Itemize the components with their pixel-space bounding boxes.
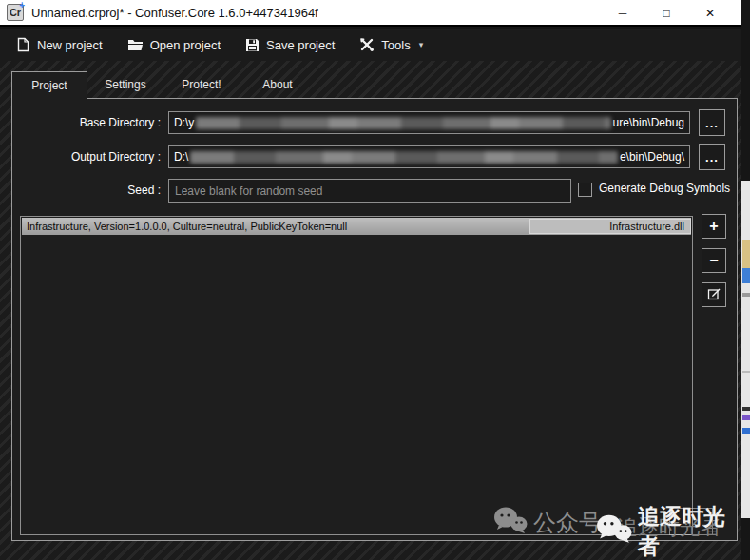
tab-protect[interactable]: Protect!	[163, 71, 240, 98]
base-directory-browse-button[interactable]: ...	[699, 109, 725, 136]
generate-debug-symbols-checkbox[interactable]	[578, 183, 592, 197]
output-directory-input[interactable]: D:\ e\bin\Debug\	[168, 145, 690, 168]
app-logo-plus: +	[19, 0, 25, 10]
minimize-button[interactable]: ─	[601, 0, 644, 27]
base-directory-input[interactable]: D:\y ure\bin\Debug	[168, 111, 690, 134]
background-app-surface	[741, 181, 750, 518]
generate-debug-symbols-label: Generate Debug Symbols	[599, 182, 730, 195]
output-directory-browse-button[interactable]: ...	[699, 144, 725, 170]
maximize-button[interactable]: □	[644, 0, 688, 27]
module-assembly-name: Infrastructure, Version=1.0.0.0, Culture…	[27, 221, 529, 232]
output-directory-redacted-blur	[190, 151, 618, 164]
output-directory-label: Output Directory :	[12, 150, 161, 164]
module-list[interactable]: Infrastructure, Version=1.0.0.0, Culture…	[20, 216, 693, 535]
output-directory-prefix: D:\	[174, 150, 188, 164]
toolbar: New project Open project Save project To…	[0, 29, 741, 61]
base-directory-redacted-blur	[196, 117, 610, 129]
confuser-window: Cr + Unnamed.crproj* - Confuser.Core 1.6…	[0, 0, 750, 560]
tools-dropdown-arrow: ▾	[419, 40, 424, 49]
title-bar: Cr + Unnamed.crproj* - Confuser.Core 1.6…	[0, 0, 745, 27]
background-app-fragment	[742, 415, 750, 420]
base-directory-suffix: ure\bin\Debug	[613, 116, 684, 129]
background-app-sliver	[741, 0, 750, 560]
window-controls: ─ □ ✕	[601, 0, 732, 27]
background-app-fragment	[742, 268, 750, 283]
seed-input[interactable]	[168, 179, 571, 203]
background-app-fragment	[742, 428, 750, 434]
base-directory-prefix: D:\y	[174, 116, 194, 129]
output-directory-suffix: e\bin\Debug\	[620, 150, 684, 164]
background-app-fragment	[742, 293, 750, 297]
edit-pencil-icon	[707, 286, 721, 304]
project-tab-panel: Base Directory : D:\y ure\bin\Debug ... …	[11, 98, 738, 541]
new-project-icon	[16, 37, 30, 52]
edit-module-button[interactable]	[702, 282, 726, 307]
main-area: Project Settings Protect! About Base Dir…	[0, 61, 741, 560]
remove-module-button[interactable]: −	[702, 248, 726, 273]
open-project-label: Open project	[150, 38, 221, 52]
tab-settings[interactable]: Settings	[87, 71, 163, 98]
open-project-icon	[127, 38, 144, 51]
background-app-fragment	[742, 371, 750, 373]
tools-icon	[359, 37, 375, 52]
add-module-button[interactable]: +	[702, 214, 726, 239]
base-directory-label: Base Directory :	[12, 116, 161, 129]
tab-strip: Project Settings Protect! About	[11, 71, 316, 99]
open-project-button[interactable]: Open project	[119, 33, 229, 57]
seed-label: Seed :	[12, 183, 161, 197]
tools-label: Tools	[381, 38, 410, 52]
module-list-row[interactable]: Infrastructure, Version=1.0.0.0, Culture…	[22, 218, 691, 235]
tools-menu-button[interactable]: Tools ▾	[351, 32, 432, 57]
window-title: Unnamed.crproj* - Confuser.Core 1.6.0+44…	[31, 6, 318, 20]
save-project-button[interactable]: Save project	[237, 33, 343, 57]
module-file-name: Infrastructure.dll	[529, 219, 691, 234]
close-button[interactable]: ✕	[688, 0, 732, 27]
new-project-label: New project	[37, 38, 103, 52]
app-logo-icon: Cr +	[7, 4, 24, 21]
tab-about[interactable]: About	[240, 71, 316, 98]
background-app-fragment	[742, 240, 750, 268]
watermark-frame	[669, 508, 713, 535]
tab-project[interactable]: Project	[11, 71, 87, 99]
background-app-fragment	[742, 407, 750, 411]
new-project-button[interactable]: New project	[8, 32, 111, 57]
save-project-icon	[245, 38, 260, 52]
save-project-label: Save project	[266, 38, 335, 52]
